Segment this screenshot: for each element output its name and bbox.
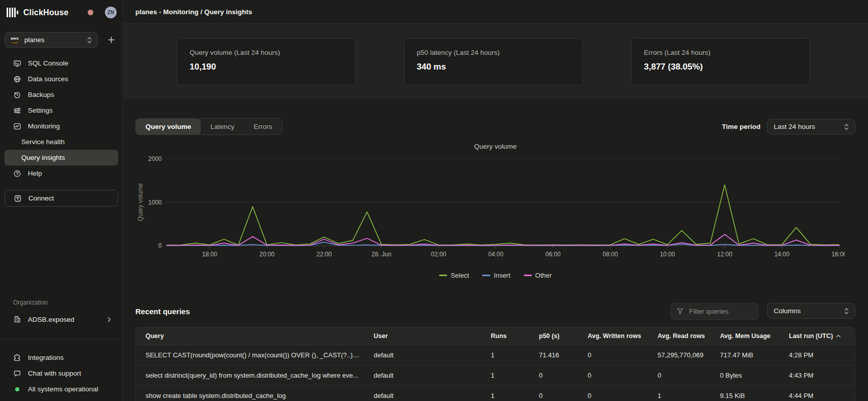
green-dot [13,385,21,393]
legend-label: Select [451,272,469,279]
sidebar-item-label: Monitoring [28,122,60,130]
sidebar-item-chat-with-support[interactable]: Chat with support [5,365,118,381]
sidebar-item-integrations[interactable]: Integrations [5,350,118,365]
sidebar-item-query-insights[interactable]: Query insights [5,150,118,165]
updown-chevron-icon [844,123,849,130]
sidebar-item-sql-console[interactable]: SQL Console [5,55,118,71]
stats-band: Query volume (Last 24 hours)10,190p50 la… [123,24,868,99]
table-cell-avg-read-rows: 57,295,770,069 [648,351,710,359]
recent-queries-title: Recent queries [135,307,190,316]
table-cell-p50-s: 0 [529,392,578,399]
sidebar-item-data-sources[interactable]: Data sources [5,71,118,87]
tab-latency[interactable]: Latency [201,119,244,135]
legend-item-insert[interactable]: Insert [482,272,511,279]
tab-query-volume[interactable]: Query volume [136,119,201,135]
connect-label: Connect [28,194,54,202]
monitoring-section: Query volumeLatencyErrors Time period La… [123,99,868,401]
legend-swatch-icon [524,275,532,276]
table-row[interactable]: SELECT CAST(round(pow(count() / max(coun… [136,345,855,365]
stat-label: Errors (Last 24 hours) [644,49,797,56]
table-cell-runs: 1 [481,372,529,379]
legend-swatch-icon [482,275,490,276]
svg-text:18:00: 18:00 [202,251,218,258]
filter-queries-input[interactable] [688,307,744,316]
chat-icon [13,370,21,378]
legend-item-select[interactable]: Select [439,272,469,279]
table-row[interactable]: select distrinct(query_id) from system.d… [136,365,855,385]
table-cell-last-run-utc: 4:44 PM [779,392,855,399]
sidebar-item-label: Help [28,170,42,177]
sidebar-footer: IntegrationsChat with supportAll systems… [0,350,123,397]
column-header-label: Avg. Read rows [658,332,705,340]
column-header-label: Query [146,332,164,340]
columns-select[interactable]: Columns [767,303,855,319]
service-name: planes [24,36,45,44]
column-header-avg-written-rows[interactable]: Avg. Written rows [578,332,648,340]
sidebar-item-settings[interactable]: Settings [5,103,118,118]
organization-name: ADSB.exposed [28,316,75,323]
svg-text:12:00: 12:00 [717,251,732,258]
table-cell-avg-written-rows: 0 [578,351,648,359]
sidebar-item-label: SQL Console [28,59,68,67]
table-cell-user: default [364,351,481,359]
column-header-query[interactable]: Query [136,332,364,340]
sidebar-item-monitoring[interactable]: Monitoring [5,118,118,134]
tab-errors[interactable]: Errors [244,119,282,135]
sql-console-icon [13,59,21,68]
aws-icon: aws [11,37,19,43]
chart-legend: SelectInsertOther [135,272,855,279]
organization-section-label: Organization [5,299,118,306]
help-icon [13,170,21,178]
chevron-right-icon [107,317,111,322]
column-header-avg-read-rows[interactable]: Avg. Read rows [648,332,710,340]
stat-card-query-volume: Query volume (Last 24 hours)10,190 [177,38,355,85]
svg-text:06:00: 06:00 [546,251,561,258]
column-header-runs[interactable]: Runs [481,332,529,340]
stat-value: 340 ms [417,62,570,72]
time-period-select[interactable]: Last 24 hours [767,119,855,135]
add-service-button[interactable] [104,34,118,47]
sidebar-item-organization[interactable]: ADSB.exposed [5,312,118,327]
backups-icon [13,91,21,99]
table-cell-query: show create table system.distributed_cac… [136,392,364,399]
legend-swatch-icon [439,275,447,276]
column-header-label: User [374,332,388,340]
query-volume-chart: 010002000Query volume18:0020:0022:0028. … [135,150,845,270]
svg-text:08:00: 08:00 [603,251,618,258]
sort-ascending-icon [836,335,841,338]
sidebar-item-label: Chat with support [28,370,81,377]
sidebar-item-label: Service health [21,138,65,146]
column-header-avg-mem-usage[interactable]: Avg. Mem Usage [710,332,779,340]
sidebar-item-backups[interactable]: Backups [5,87,118,103]
table-cell-avg-written-rows: 0 [578,392,648,399]
legend-label: Other [535,272,552,279]
column-header-p50-s[interactable]: p50 (s) [529,332,578,340]
table-cell-avg-mem-usage: 717.47 MiB [710,351,779,359]
table-cell-user: default [364,392,481,399]
sidebar-header: ClickHouse ZN [0,0,123,18]
sidebar-item-help[interactable]: Help [5,165,118,181]
user-avatar[interactable]: ZN [105,7,117,18]
sidebar-item-service-health[interactable]: Service health [5,134,118,150]
chart-tabs: Query volumeLatencyErrors [135,118,282,135]
svg-text:20:00: 20:00 [259,251,274,258]
table-cell-avg-read-rows: 1 [648,392,710,399]
sidebar-item-all-systems-operational[interactable]: All systems operational [5,381,118,397]
table-cell-runs: 1 [481,392,529,399]
column-header-user[interactable]: User [364,332,481,340]
column-header-last-run-utc[interactable]: Last run (UTC) [779,332,855,340]
connect-button[interactable]: Connect [5,190,118,207]
sidebar-item-label: Settings [28,107,53,114]
legend-item-other[interactable]: Other [524,272,552,279]
sidebar-nav: SQL ConsoleData sourcesBackupsSettingsMo… [0,55,123,181]
updown-chevron-icon [844,308,849,315]
sidebar: ClickHouse ZN aws planes SQL ConsoleData… [0,0,123,401]
table-row[interactable]: show create table system.distributed_cac… [136,385,855,401]
filter-queries-input-wrap [670,303,758,320]
table-cell-avg-read-rows: 0 [648,372,710,379]
stat-value: 3,877 (38.05%) [644,62,797,72]
svg-text:1000: 1000 [148,199,162,206]
service-selector[interactable]: aws planes [5,32,98,48]
table-cell-last-run-utc: 4:43 PM [779,372,855,379]
monitoring-icon [13,122,21,130]
